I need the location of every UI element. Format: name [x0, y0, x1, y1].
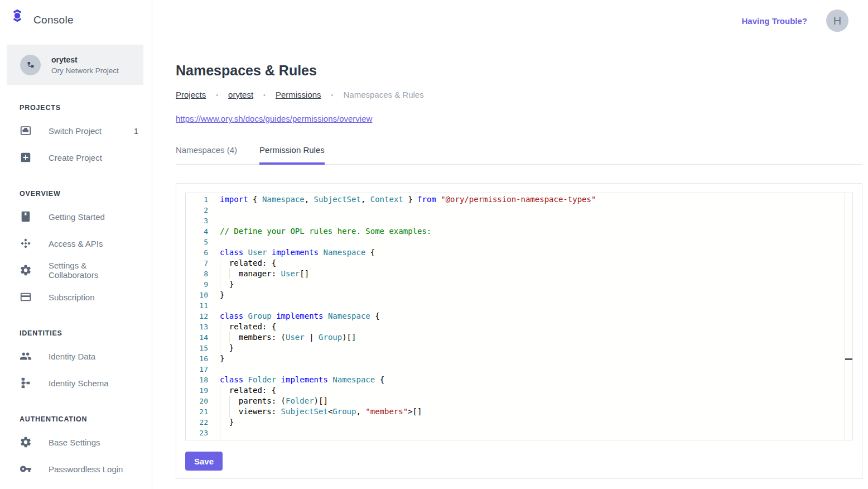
line-number: 1	[186, 194, 208, 205]
line-number: 7	[186, 258, 208, 269]
sidebar: Console orytest Ory Network Project PROJ…	[0, 0, 152, 489]
code-line: 23	[186, 428, 852, 438]
code-line: 2	[186, 205, 852, 215]
line-number: 14	[186, 332, 208, 343]
gear-icon	[20, 264, 32, 276]
line-number: 21	[186, 406, 208, 417]
code-line: 18class Folder implements Namespace {	[186, 375, 852, 385]
sidebar-item-access-apis[interactable]: Access & APIs	[0, 230, 152, 257]
code-line: 21 viewers: SubjectSet<Group, "members">…	[186, 406, 852, 417]
main-content: Having Trouble? H Namespaces & Rules Pro…	[152, 0, 868, 489]
line-number: 4	[186, 226, 208, 237]
breadcrumb-permissions[interactable]: Permissions	[276, 90, 321, 99]
project-card[interactable]: orytest Ory Network Project	[7, 45, 143, 85]
having-trouble-link[interactable]: Having Trouble?	[741, 16, 807, 26]
sidebar-item-passwordless-login[interactable]: Passwordless Login	[0, 456, 152, 482]
editor-scrollbar[interactable]	[845, 193, 852, 440]
line-number: 19	[186, 385, 208, 396]
sidebar-item-label: Identity Schema	[49, 378, 109, 388]
code-line: 9 }	[186, 279, 852, 290]
tab-permission-rules[interactable]: Permission Rules	[259, 145, 325, 164]
code-line: 1import { Namespace, SubjectSet, Context…	[186, 194, 852, 205]
app-root: Console orytest Ory Network Project PROJ…	[0, 0, 868, 489]
code-editor[interactable]: 1import { Namespace, SubjectSet, Context…	[185, 193, 853, 440]
sidebar-item-label: Create Project	[49, 153, 102, 162]
line-number: 8	[186, 269, 208, 279]
code-text: related: {	[208, 322, 276, 332]
code-line: 14 members: (User | Group)[]	[186, 332, 852, 343]
sidebar-item-label: Passwordless Login	[49, 464, 123, 474]
tab-namespaces-4[interactable]: Namespaces (4)	[176, 145, 237, 164]
sidebar-item-label: Access & APIs	[49, 239, 103, 248]
code-text: }	[208, 279, 234, 290]
code-text: members: (User | Group)[]	[208, 332, 356, 343]
topbar: Having Trouble? H	[176, 0, 868, 41]
code-text: class Group implements Namespace {	[208, 311, 380, 322]
code-text: viewers: SubjectSet<Group, "members">[]	[208, 406, 422, 417]
code-text: related: {	[208, 385, 276, 396]
switch-project-icon	[20, 124, 32, 137]
code-text: permits = {	[208, 438, 281, 440]
code-line: 13 related: {	[186, 322, 852, 332]
permission-rules-panel: 1import { Namespace, SubjectSet, Context…	[176, 183, 862, 479]
line-number: 24	[186, 438, 208, 440]
code-text: }	[208, 343, 234, 353]
docs-link[interactable]: https://www.ory.sh/docs/guides/permissio…	[176, 114, 372, 123]
logo-text: Console	[33, 14, 74, 26]
page-title: Namespaces & Rules	[176, 63, 868, 79]
breadcrumb-namespaces-rules: Namespaces & Rules	[343, 90, 423, 99]
code-line: 17	[186, 364, 852, 375]
add-box-icon	[20, 151, 32, 164]
sidebar-item-identity-data[interactable]: Identity Data	[0, 343, 152, 370]
sidebar-item-label: Switch Project	[49, 126, 102, 136]
line-number: 16	[186, 353, 208, 364]
sidebar-item-getting-started[interactable]: Getting Started	[0, 203, 152, 230]
code-line: 8 manager: User[]	[186, 269, 852, 279]
code-line: 3	[186, 215, 852, 226]
section-title-identities: IDENTITIES	[20, 329, 152, 337]
sidebar-item-switch-project[interactable]: Switch Project1	[0, 117, 152, 144]
code-text: manager: User[]	[208, 269, 309, 279]
project-subtitle: Ory Network Project	[51, 66, 119, 75]
sidebar-item-label: Identity Data	[49, 352, 95, 361]
key-icon	[20, 463, 32, 475]
people-icon	[20, 350, 32, 362]
breadcrumb-separator: •	[331, 92, 334, 98]
user-avatar[interactable]: H	[826, 9, 848, 32]
code-text	[208, 428, 220, 438]
sidebar-item-settings-collaborators[interactable]: Settings & Collaborators	[0, 257, 152, 284]
sidebar-item-label: Getting Started	[49, 212, 105, 222]
console-logo[interactable]: Console	[0, 0, 152, 31]
sidebar-item-label: Settings & Collaborators	[49, 261, 138, 280]
line-number: 3	[186, 215, 208, 226]
project-name: orytest	[51, 55, 119, 64]
line-number: 15	[186, 343, 208, 353]
line-number: 2	[186, 205, 208, 215]
item-count-badge: 1	[134, 126, 138, 136]
breadcrumb-projects[interactable]: Projects	[176, 90, 206, 99]
line-number: 11	[186, 300, 208, 311]
book-icon	[20, 210, 32, 223]
code-line: 20 parents: (Folder)[]	[186, 396, 852, 406]
code-line: 12class Group implements Namespace {	[186, 311, 852, 322]
sidebar-item-identity-schema[interactable]: Identity Schema	[0, 370, 152, 396]
editor-lines: 1import { Namespace, SubjectSet, Context…	[186, 194, 852, 440]
sidebar-item-subscription[interactable]: Subscription	[0, 284, 152, 310]
code-text	[208, 215, 220, 226]
sidebar-item-create-project[interactable]: Create Project	[0, 144, 152, 171]
project-meta: orytest Ory Network Project	[51, 55, 119, 75]
code-line: 11	[186, 300, 852, 311]
breadcrumb-orytest[interactable]: orytest	[228, 90, 253, 99]
sidebar-nav: PROJECTSSwitch Project1Create ProjectOVE…	[0, 104, 152, 482]
code-text: }	[208, 290, 224, 300]
schema-icon	[20, 377, 32, 389]
code-line: 22 }	[186, 417, 852, 428]
save-button[interactable]: Save	[185, 452, 223, 471]
sidebar-item-base-settings[interactable]: Base Settings	[0, 429, 152, 456]
code-text: class User implements Namespace {	[208, 247, 375, 258]
section-title-overview: OVERVIEW	[20, 190, 152, 198]
sidebar-item-label: Subscription	[49, 293, 95, 302]
line-number: 9	[186, 279, 208, 290]
code-line: 19 related: {	[186, 385, 852, 396]
sidebar-item-label: Base Settings	[49, 438, 100, 447]
